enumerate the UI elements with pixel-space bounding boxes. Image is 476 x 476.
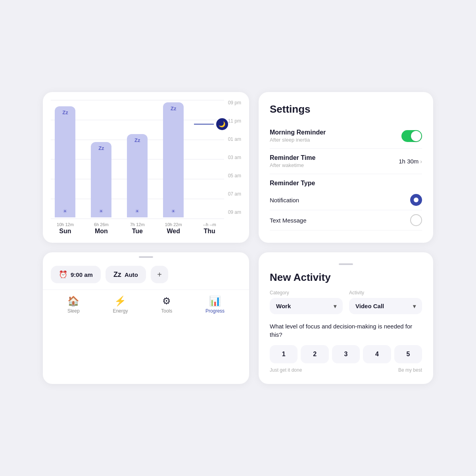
- focus-btn-2[interactable]: 2: [301, 345, 328, 363]
- time-pill[interactable]: ⏰ 9:00 am: [51, 266, 101, 283]
- focus-question: What level of focus and decision-making …: [270, 322, 422, 339]
- reminder-time-value[interactable]: 1h 30m ›: [399, 158, 422, 165]
- bar-tue: Zz ☀ 7h 12m Tue: [123, 102, 152, 235]
- zzz-icon: Zz: [113, 271, 121, 279]
- nav-item-progress[interactable]: 📊 Progress: [205, 296, 225, 314]
- y-label-6: 09 am: [228, 209, 241, 215]
- nav-label-sleep: Sleep: [67, 308, 80, 314]
- settings-card: Settings Morning Reminder After sleep in…: [259, 92, 433, 243]
- nav-items: 🏠 Sleep ⚡ Energy ⚙ Tools 📊 Progress: [43, 290, 249, 321]
- morning-reminder-sublabel: After sleep inertia: [270, 137, 326, 143]
- reminder-time-sublabel: After waketime: [270, 162, 315, 168]
- duration-thu: --h --m: [203, 222, 216, 227]
- home-icon: 🏠: [67, 296, 79, 307]
- notification-label: Notification: [270, 197, 299, 203]
- text-message-radio[interactable]: [410, 214, 422, 226]
- radio-inner: [414, 198, 418, 202]
- category-arrow-icon: ▾: [334, 303, 336, 309]
- activity-title: New Activity: [270, 271, 422, 284]
- dropdowns-row: Category Work ▾ Activity Video Call ▾: [270, 290, 422, 314]
- activity-arrow-icon: ▾: [413, 303, 416, 309]
- activity-drag-handle: [339, 263, 353, 265]
- bar-sun: Zz ☀ 10h 12m Sun: [51, 102, 80, 235]
- toggle-knob: [411, 131, 421, 141]
- duration-sun: 10h 12m: [57, 222, 74, 227]
- day-thu: Thu: [203, 228, 216, 235]
- new-activity-card: New Activity Category Work ▾ Activity Vi…: [259, 252, 433, 384]
- chart-bars: Zz ☀ 10h 12m Sun Zz ☀: [51, 100, 224, 235]
- bar-thu: 🌙 --h --m Thu: [195, 102, 224, 235]
- day-mon: Mon: [94, 228, 109, 235]
- bar-wed: Zz ☀ 10h 22m Wed: [159, 102, 188, 235]
- reminder-time-label: Reminder Time: [270, 154, 315, 161]
- energy-icon: ⚡: [114, 296, 126, 307]
- mode-label: Auto: [125, 271, 138, 278]
- reminder-type-section: Reminder Type Notification Text Message: [270, 174, 422, 230]
- focus-scale: 1 2 3 4 5: [270, 345, 422, 363]
- sleep-icon-sun: Zz: [62, 109, 68, 115]
- focus-btn-1[interactable]: 1: [270, 345, 298, 363]
- bottom-nav-card: ⏰ 9:00 am Zz Auto + 🏠 Sleep ⚡ Energy ⚙ T…: [43, 252, 249, 384]
- activity-label: Activity: [349, 290, 422, 296]
- activity-value: Video Call: [355, 303, 384, 309]
- reminder-time-row[interactable]: Reminder Time After waketime 1h 30m ›: [270, 149, 422, 174]
- focus-scale-labels: Just get it done Be my best: [270, 367, 422, 373]
- sun-icon-sun: ☀: [63, 208, 67, 214]
- day-wed: Wed: [165, 228, 182, 235]
- reminder-type-heading: Reminder Type: [270, 174, 422, 190]
- scale-min-label: Just get it done: [270, 367, 302, 373]
- clock-icon: ⏰: [59, 270, 67, 279]
- y-label-0: 09 pm: [228, 100, 241, 106]
- progress-icon: 📊: [209, 296, 221, 307]
- nav-label-tools: Tools: [161, 308, 172, 314]
- focus-btn-4[interactable]: 4: [363, 345, 391, 363]
- bar-mon: Zz ☀ 6h 26m Mon: [87, 102, 116, 235]
- activity-group: Activity Video Call ▾: [349, 290, 422, 314]
- notification-radio[interactable]: [410, 194, 422, 206]
- sun-icon-wed: ☀: [171, 208, 176, 214]
- duration-mon: 6h 26m: [94, 222, 109, 227]
- sun-icon-tue: ☀: [135, 208, 140, 214]
- category-group: Category Work ▾: [270, 290, 343, 314]
- y-label-4: 05 am: [228, 173, 241, 178]
- notification-row[interactable]: Notification: [270, 190, 422, 210]
- y-label-3: 03 am: [228, 155, 241, 160]
- morning-reminder-toggle[interactable]: [401, 130, 422, 142]
- sleep-icon-wed: Zz: [171, 106, 176, 111]
- focus-btn-3[interactable]: 3: [332, 345, 360, 363]
- activity-select[interactable]: Video Call ▾: [349, 298, 422, 314]
- sleep-icon-tue: Zz: [134, 137, 140, 143]
- morning-reminder-label: Morning Reminder: [270, 129, 326, 136]
- y-label-2: 01 am: [228, 136, 241, 142]
- sleep-chart-card: Zz ☀ 10h 12m Sun Zz ☀: [43, 92, 249, 243]
- sleep-icon-mon: Zz: [98, 145, 104, 151]
- duration-wed: 10h 22m: [165, 222, 182, 227]
- focus-btn-5[interactable]: 5: [394, 345, 422, 363]
- nav-top: ⏰ 9:00 am Zz Auto +: [43, 258, 249, 290]
- tools-icon: ⚙: [162, 296, 171, 307]
- nav-label-progress: Progress: [205, 308, 225, 314]
- y-label-1: 11 pm: [228, 118, 241, 124]
- chevron-right-icon: ›: [420, 158, 422, 165]
- sun-icon-mon: ☀: [99, 208, 104, 214]
- text-message-label: Text Message: [270, 217, 307, 224]
- day-tue: Tue: [130, 228, 145, 235]
- category-select[interactable]: Work ▾: [270, 298, 343, 314]
- scale-max-label: Be my best: [398, 367, 422, 373]
- category-label: Category: [270, 290, 343, 296]
- duration-tue: 7h 12m: [130, 222, 145, 227]
- y-label-5: 07 am: [228, 191, 241, 197]
- nav-label-energy: Energy: [113, 308, 128, 314]
- day-sun: Sun: [57, 228, 74, 235]
- add-button[interactable]: +: [151, 266, 168, 283]
- nav-item-sleep[interactable]: 🏠 Sleep: [67, 296, 80, 314]
- morning-reminder-row: Morning Reminder After sleep inertia: [270, 123, 422, 149]
- time-label: 9:00 am: [71, 271, 93, 278]
- nav-item-energy[interactable]: ⚡ Energy: [113, 296, 128, 314]
- text-message-row[interactable]: Text Message: [270, 210, 422, 230]
- category-value: Work: [276, 303, 291, 309]
- settings-title: Settings: [270, 103, 422, 115]
- mode-pill[interactable]: Zz Auto: [106, 266, 146, 283]
- nav-item-tools[interactable]: ⚙ Tools: [161, 296, 172, 314]
